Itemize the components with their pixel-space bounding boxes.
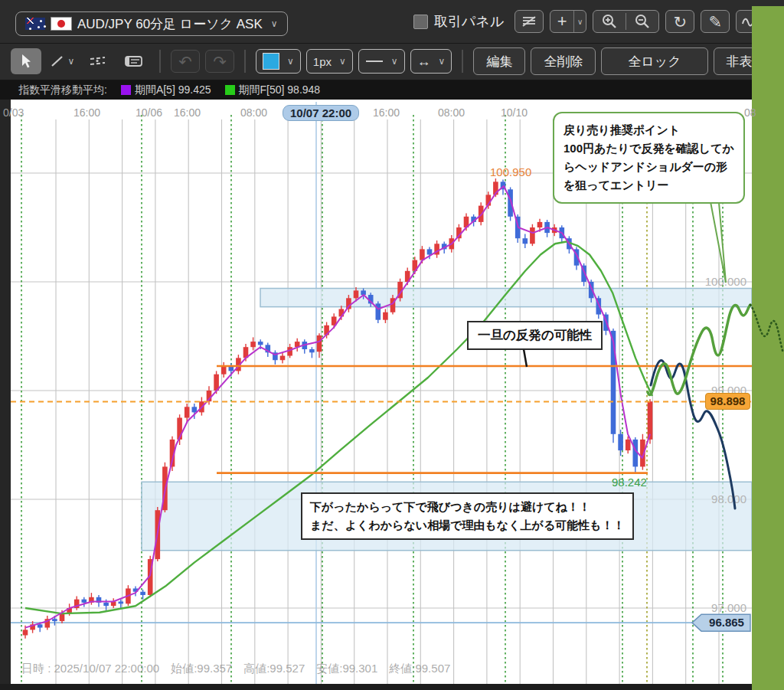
current-price-badge[interactable]: 98.898 (705, 393, 750, 410)
japan-flag-icon (51, 17, 72, 31)
undo-icon: ↶ (178, 54, 192, 70)
time-axis-label: 08:00 (240, 106, 267, 119)
crosshair-time-badge: 10/07 22:00 (283, 105, 359, 121)
trade-panel-label: 取引パネル (434, 12, 504, 31)
indicator-title: 指数平滑移動平均: (18, 83, 107, 97)
solid-line-icon (365, 57, 384, 65)
time-axis-label: 10/06 (136, 106, 162, 119)
chevron-down-icon: ∨ (391, 56, 398, 67)
edit-button[interactable]: 編集 (473, 47, 525, 75)
chevron-down-icon: ∨ (271, 18, 278, 29)
zoom-in-button[interactable] (593, 13, 626, 30)
pencil-button[interactable]: ✎ (701, 10, 730, 33)
chevron-down-icon: ∨ (287, 56, 294, 67)
chevron-down-icon: ∨ (439, 56, 446, 67)
line-style-dropdown[interactable]: ∨ (358, 49, 405, 74)
time-axis-label: 16:00 (74, 106, 100, 119)
redo-button[interactable]: ↷ (205, 50, 234, 73)
trendline-icon (50, 54, 65, 69)
zoom-out-button[interactable] (626, 13, 658, 30)
warning-line: まだ、よくわからない相場で理由もなく上がる可能性も！！ (310, 516, 625, 535)
candles[interactable] (23, 178, 653, 639)
trade-panel-checkbox[interactable] (413, 15, 428, 29)
zoom-out-icon (634, 13, 651, 30)
warning-line: 下がったからって下で飛びつきの売りは避けてね！！ (310, 498, 625, 516)
callout-line: を狙ってエントリー (564, 176, 734, 195)
divider (159, 50, 161, 73)
symbol-label: AUD/JPY 60分足 ローソク ASK (77, 15, 263, 33)
chevron-down-icon: ∨ (68, 56, 75, 67)
label-icon (124, 54, 144, 69)
time-axis-label: 10/10 (501, 106, 528, 119)
ema-a-swatch-icon (121, 85, 131, 95)
price-axis-label: 97.000 (689, 601, 746, 614)
divider (462, 50, 463, 73)
chevron-down-icon: ∨ (573, 11, 586, 32)
line-tool-button[interactable]: ∨ (47, 48, 77, 74)
chevron-down-icon: ∨ (339, 56, 346, 67)
add-drawing-button[interactable]: + ∨ (550, 10, 586, 33)
divider (244, 50, 246, 73)
time-axis-label: 16:00 (373, 106, 400, 119)
page-side-band (752, 6, 784, 690)
callout-line: 戻り売り推奨ポイント (564, 121, 734, 139)
pencil-icon: ✎ (708, 14, 722, 30)
bottom-bar (0, 684, 752, 690)
arrow-style-dropdown[interactable]: ↔ ∨ (410, 49, 452, 74)
color-picker-dropdown[interactable]: ∨ (256, 49, 301, 74)
drawn-zone[interactable] (260, 289, 752, 307)
time-axis-label: 08:00 (438, 106, 465, 119)
line-settings-button[interactable] (514, 10, 544, 33)
stroke-width-value: 1px (313, 55, 332, 68)
double-arrow-icon: ↔ (417, 54, 431, 70)
parallel-lines-icon (89, 54, 107, 69)
undo-button[interactable]: ↶ (171, 50, 200, 73)
zoom-in-icon (601, 13, 618, 30)
time-axis-label: 0/03 (3, 106, 24, 119)
support-price-badge[interactable]: 96.865 (704, 616, 749, 629)
plus-icon: + (550, 11, 573, 32)
symbol-selector[interactable]: AUD/JPY 60分足 ローソク ASK ∨ (15, 11, 288, 36)
color-swatch (263, 53, 279, 70)
time-axis-label: 08 (744, 106, 756, 119)
ema-f-label: 期間F[50] 98.948 (239, 83, 321, 97)
select-tool-button[interactable] (11, 48, 41, 74)
refresh-button[interactable]: ↻ (665, 10, 694, 33)
top-toolbar: AUD/JPY 60分足 ローソク ASK ∨ 取引パネル + ∨ (0, 0, 784, 44)
ema-f-swatch-icon (225, 85, 235, 95)
chart-left-margin (0, 100, 11, 690)
callout-note[interactable]: 戻り売り推奨ポイント 100円あたりで反発を確認してか らヘッドアンドショルダー… (553, 112, 745, 204)
zoom-button-group (593, 10, 659, 33)
label-tool-button[interactable] (119, 48, 149, 74)
price-axis-label: 100.000 (689, 275, 746, 288)
australia-flag-icon (25, 18, 45, 30)
rebound-note[interactable]: 一旦の反発の可能性 (467, 321, 603, 350)
time-axis-label: 16:00 (174, 106, 201, 119)
redo-icon: ↷ (213, 54, 227, 70)
delete-all-button[interactable]: 全削除 (531, 47, 596, 75)
stroke-width-dropdown[interactable]: 1px ∨ (306, 49, 353, 74)
parallel-lines-tool-button[interactable] (83, 48, 113, 74)
line-settings-icon (520, 13, 538, 30)
ema5-line (25, 186, 650, 628)
cursor-icon (18, 53, 34, 70)
ohlc-readout: 日時 : 2025/10/07 22:00:00 始値:99.357 高値:99… (21, 662, 450, 676)
callout-line: 100円あたりで反発を確認してか (564, 139, 734, 158)
price-axis-label: 98.000 (689, 492, 746, 505)
ema-a-label: 期間A[5] 99.425 (135, 83, 211, 97)
low-price-marker: 98.242 (612, 476, 647, 489)
indicator-legend: 指数平滑移動平均: 期間A[5] 99.425 期間F[50] 98.948 (0, 80, 784, 100)
refresh-icon: ↻ (673, 14, 687, 30)
lock-all-button[interactable]: 全ロック (601, 47, 707, 75)
warning-note[interactable]: 下がったからって下で飛びつきの売りは避けてね！！ まだ、よくわからない相場で理由… (301, 492, 634, 540)
callout-line: らヘッドアンドショルダーの形 (564, 158, 734, 176)
high-price-marker: 100.950 (490, 165, 531, 178)
